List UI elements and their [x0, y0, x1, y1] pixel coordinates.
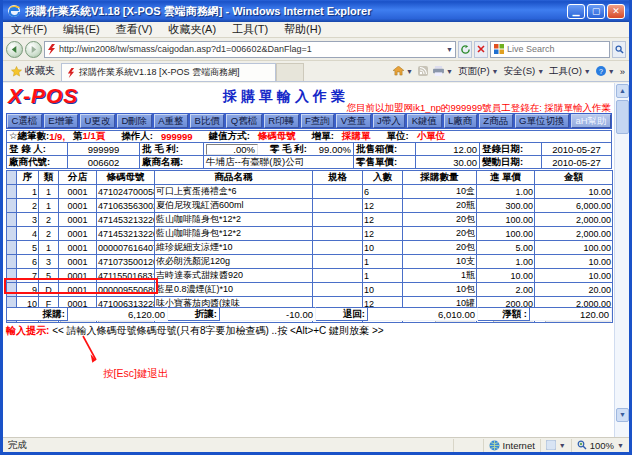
row-selector[interactable] [7, 255, 17, 269]
action-button-3[interactable]: U更改 [80, 114, 115, 128]
table-cell: 1 [17, 185, 39, 199]
table-row[interactable]: 2100014710635630027夏伯尼玫瑰紅酒600ml1220瓶300.… [7, 199, 613, 213]
vendor-name-value: 牛埔店--有臺聯(股)公司 [204, 156, 354, 169]
action-toolbar: C選檔E增筆U更改D刪除A重整B比價Q舊檔R印轉F查詢V查量J帶入K鍵值L廠商Z… [6, 113, 612, 129]
tools-menu-button[interactable]: 工具(O)▼ [549, 65, 591, 78]
zoom-control[interactable]: 100% ▼ [572, 439, 629, 452]
row-selector[interactable] [7, 199, 17, 213]
table-row[interactable]: 5100010000076164071維珍妮細支涼煙*101020包5.0010… [7, 241, 613, 255]
table-cell: 1.00 [477, 185, 535, 199]
table-cell: 12 [363, 199, 403, 213]
search-magnifier-icon[interactable] [612, 41, 626, 58]
discount-label: 折讓: [168, 307, 220, 321]
table-cell: 9 [17, 283, 39, 297]
stop-button[interactable] [474, 41, 488, 58]
menu-tools[interactable]: 工具(T) [224, 21, 276, 38]
home-button[interactable]: ▼ [393, 66, 413, 76]
help-button[interactable]: ? ▼ [596, 66, 615, 76]
row-selector[interactable] [7, 227, 17, 241]
action-button-6[interactable]: B比價 [190, 114, 224, 128]
minimize-button[interactable]: ▁ [567, 4, 585, 19]
action-button-15[interactable]: G單位切換 [515, 114, 569, 128]
row-selector[interactable] [7, 213, 17, 227]
live-search-icon [494, 44, 504, 54]
action-button-11[interactable]: J帶入 [373, 114, 406, 128]
scroll-up-icon[interactable]: ▲ [616, 84, 629, 98]
vertical-scrollbar[interactable]: ▲ ▼ [614, 83, 629, 438]
table-cell: 可口上賓蛋捲禮盒*6 [155, 185, 313, 199]
safety-menu-button[interactable]: 安全(S)▼ [504, 65, 545, 78]
action-button-14[interactable]: Z商品 [479, 114, 513, 128]
page-count-value: 1/1頁 [83, 130, 106, 143]
column-header: 分店 [59, 171, 97, 185]
feeds-button[interactable] [418, 66, 428, 76]
table-cell: 10 [363, 241, 403, 255]
table-row[interactable]: 3200014714532132202藍山咖啡隨身包*12*21220包100.… [7, 213, 613, 227]
table-cell: 0001 [59, 227, 97, 241]
page-menu-button[interactable]: 页面(P)▼ [458, 65, 499, 78]
table-cell: 10包 [403, 283, 477, 297]
table-row[interactable]: 6300014710735001208依必朗洗顏泥120g110支1.0010.… [7, 255, 613, 269]
table-row[interactable]: 1100014710247000584可口上賓蛋捲禮盒*6610盒1.0010.… [7, 185, 613, 199]
menu-file[interactable]: 文件(F) [3, 21, 55, 38]
batch-margin-input[interactable]: .00% [206, 144, 258, 155]
menu-help[interactable]: 帮助(H) [276, 21, 329, 38]
close-button[interactable]: ✕ [607, 4, 625, 19]
batch-margin-label: 批 毛 利: [140, 143, 204, 156]
print-button[interactable]: ▼ [433, 66, 453, 76]
retail-price-value: 30.00 [416, 156, 480, 169]
table-cell [313, 283, 363, 297]
menu-favorites[interactable]: 收藏夹(A) [160, 21, 224, 38]
action-button-10[interactable]: V查量 [336, 114, 370, 128]
table-cell: 12 [363, 227, 403, 241]
action-button-5[interactable]: A重整 [154, 114, 188, 128]
table-cell: 1 [363, 269, 403, 283]
action-button-9[interactable]: F查詢 [301, 114, 335, 128]
favorites-button[interactable]: 收藏夹 [5, 61, 61, 81]
back-button[interactable] [6, 41, 23, 58]
search-input[interactable] [507, 44, 606, 54]
action-button-4[interactable]: D刪除 [117, 114, 152, 128]
action-button-2[interactable]: E增筆 [44, 114, 78, 128]
row-selector[interactable] [7, 269, 17, 283]
table-cell: 7 [17, 269, 39, 283]
action-button-12[interactable]: K鍵值 [407, 114, 441, 128]
protected-mode-toggle[interactable]: ▼ [541, 439, 572, 452]
maximize-button[interactable]: ▢ [587, 4, 605, 19]
column-header: 進 單價 [477, 171, 535, 185]
menu-view[interactable]: 查看(V) [108, 21, 161, 38]
table-row[interactable]: 9D00010000095506890藍星0.8濃煙(紅)*101010包2.0… [7, 283, 613, 297]
login-user-label: 登 錄 人: [6, 143, 68, 156]
column-header: 商品名稱 [155, 171, 313, 185]
active-tab[interactable]: 採購作業系統V1.18 [X-POS 雲端商務網] [61, 63, 276, 81]
action-button-1[interactable]: C選檔 [7, 114, 42, 128]
zoom-level: 100% [590, 440, 614, 451]
forward-button[interactable] [25, 41, 42, 58]
row-selector[interactable] [7, 241, 17, 255]
page-content: X-POS 採購單輸入作業 您目前以加盟网ik1_np的999999號員工登錄在… [3, 83, 629, 438]
menu-edit[interactable]: 编辑(E) [55, 21, 108, 38]
action-button-16[interactable]: aH幫助 [571, 114, 611, 128]
search-box [490, 41, 610, 58]
row-selector[interactable] [7, 283, 17, 297]
return-value: 6,010.00 [368, 307, 478, 321]
globe-icon [489, 440, 500, 451]
overflow-chevron[interactable]: » [620, 66, 625, 77]
retail-price-label: 零售單價: [354, 156, 416, 169]
purchase-total-value: 6,120.00 [68, 307, 168, 321]
menu-bar: 文件(F) 编辑(E) 查看(V) 收藏夹(A) 工具(T) 帮助(H) [3, 22, 629, 38]
address-dropdown-icon[interactable]: ▼ [446, 46, 453, 53]
scroll-down-icon[interactable]: ▼ [616, 408, 629, 422]
url-input[interactable] [59, 44, 443, 54]
action-button-7[interactable]: Q舊檔 [226, 114, 261, 128]
new-tab-button[interactable] [276, 63, 304, 81]
action-button-13[interactable]: L廠商 [444, 114, 477, 128]
table-cell: 1 [363, 255, 403, 269]
refresh-button[interactable] [458, 41, 472, 58]
table-row[interactable]: 4200014714532132202藍山咖啡隨身包*12*21220包100.… [7, 227, 613, 241]
scroll-thumb[interactable] [616, 100, 629, 134]
table-cell: 5.00 [477, 241, 535, 255]
action-button-8[interactable]: R印轉 [264, 114, 299, 128]
table-row[interactable]: 7500014711550168312吉時達泰式甜辣醬92011瓶10.0010… [7, 269, 613, 283]
row-selector[interactable] [7, 185, 17, 199]
